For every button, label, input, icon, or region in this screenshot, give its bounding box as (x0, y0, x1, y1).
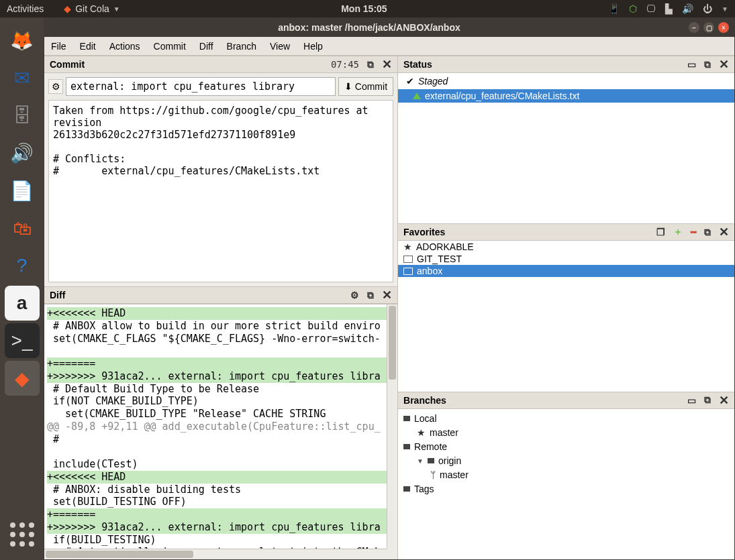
favorite-item[interactable]: anbox (398, 265, 734, 277)
power-icon[interactable]: ⏻ (703, 3, 712, 14)
launcher-terminal[interactable]: >_ (5, 323, 40, 358)
favorites-panel-header: Favorites ❐ ＋ ━ ⧉ ✕ (398, 223, 734, 241)
diff-line[interactable]: set(CMAKE_BUILD_TYPE "Release" CACHE STR… (47, 408, 387, 421)
display-icon[interactable]: 🖵 (646, 3, 656, 14)
launcher-gitcola[interactable]: ◆ (5, 361, 40, 396)
branch-tags-node[interactable]: Tags (403, 482, 729, 496)
vertical-scrollbar[interactable] (387, 304, 397, 549)
copy-icon[interactable]: ❐ (656, 227, 665, 237)
window-title: anbox: master /home/jack/ANBOX/anbox (50, 22, 689, 33)
diff-line[interactable]: if(BUILD_TESTING) (47, 534, 387, 547)
close-icon[interactable]: ✕ (719, 57, 729, 72)
folder-icon (403, 256, 413, 263)
diff-line[interactable]: # ANBOX allow to build in our more stric… (47, 320, 387, 333)
diff-line[interactable]: +<<<<<<< HEAD (47, 471, 387, 484)
chevron-down-icon: ▼ (113, 5, 120, 13)
add-icon[interactable]: ＋ (673, 226, 683, 238)
minimize-icon[interactable]: ▭ (687, 395, 696, 406)
window-maximize-button[interactable]: ▢ (703, 22, 714, 33)
launcher-help[interactable]: ? (5, 248, 40, 283)
favorite-item[interactable]: ★ ADORKABLE (398, 241, 734, 253)
activities-button[interactable]: Activities (7, 3, 44, 14)
window-minimize-button[interactable]: – (689, 22, 699, 33)
window-close-button[interactable]: × (718, 22, 729, 33)
app-menu[interactable]: Git Cola (75, 3, 109, 14)
menu-view[interactable]: View (270, 41, 290, 52)
gear-icon[interactable]: ⚙ (350, 290, 359, 300)
diff-line[interactable]: include(CTest) (47, 458, 387, 471)
popout-icon[interactable]: ⧉ (704, 59, 711, 70)
launcher-thunderbird[interactable]: ✉ (5, 60, 40, 95)
diff-line[interactable]: set(CMAKE_C_FLAGS "${CMAKE_C_FLAGS} -Wno… (47, 333, 387, 345)
branch-local-node[interactable]: Local (403, 412, 729, 426)
download-icon: ⬇ (344, 81, 352, 92)
menu-branch[interactable]: Branch (227, 41, 256, 52)
diff-line[interactable] (47, 445, 387, 458)
popout-icon[interactable]: ⧉ (367, 59, 374, 70)
close-icon[interactable]: ✕ (382, 288, 392, 302)
branches-panel-title: Branches (403, 395, 446, 406)
menu-help[interactable]: Help (303, 41, 323, 52)
menu-actions[interactable]: Actions (109, 41, 140, 52)
favorites-panel-title: Favorites (403, 227, 445, 237)
diff-line[interactable]: +======= (47, 508, 387, 521)
launcher-files[interactable]: 🗄 (5, 98, 40, 133)
section-icon (403, 444, 410, 449)
branch-icon: ᛘ (430, 468, 436, 482)
horizontal-scrollbar[interactable] (44, 549, 387, 559)
close-icon[interactable]: ✕ (382, 57, 392, 72)
volume-icon[interactable]: 🔊 (682, 3, 693, 14)
close-icon[interactable]: ✕ (719, 225, 729, 239)
commit-time: 07:45 (331, 59, 359, 70)
favorite-name: ADORKABLE (416, 241, 474, 252)
diff-line[interactable]: # (47, 433, 387, 446)
branch-item-master[interactable]: ★ master (403, 426, 729, 440)
show-apps-button[interactable] (10, 522, 34, 547)
diff-line[interactable]: +>>>>>>> 931aca2... external: import cpu… (47, 370, 387, 383)
minimize-icon[interactable]: ▭ (687, 59, 696, 70)
launcher-rhythmbox[interactable]: 🔊 (5, 135, 40, 170)
staged-file-row[interactable]: external/cpu_features/CMakeLists.txt (398, 89, 734, 103)
staged-section-header[interactable]: ✔ Staged (402, 74, 730, 88)
branch-remote-node[interactable]: Remote (403, 440, 729, 454)
popout-icon[interactable]: ⧉ (704, 227, 711, 238)
menu-commit[interactable]: Commit (154, 41, 186, 52)
gear-icon[interactable]: ⚙ (48, 79, 63, 94)
diff-line[interactable] (47, 345, 387, 357)
close-icon[interactable]: ✕ (719, 393, 729, 408)
popout-icon[interactable]: ⧉ (704, 394, 711, 406)
launcher-software[interactable]: 🛍 (5, 211, 40, 245)
status-panel-title: Status (403, 59, 432, 70)
phone-icon[interactable]: 📱 (608, 3, 620, 14)
menubar: File Edit Actions Commit Diff Branch Vie… (44, 37, 734, 56)
section-icon (403, 486, 410, 492)
diff-line[interactable]: +======= (47, 357, 387, 370)
section-icon (403, 416, 410, 421)
commit-button[interactable]: ⬇ Commit (338, 77, 393, 96)
branch-item-origin-master[interactable]: ᛘ master (403, 468, 729, 482)
remove-icon[interactable]: ━ (691, 227, 696, 237)
menu-diff[interactable]: Diff (199, 41, 213, 52)
diff-line[interactable]: # ANBOX: disable building tests (47, 484, 387, 496)
branch-origin-node[interactable]: ▼ origin (403, 454, 729, 468)
favorite-item[interactable]: GIT_TEST (398, 253, 734, 265)
diff-line[interactable]: if(NOT CMAKE_BUILD_TYPE) (47, 395, 387, 408)
launcher-amazon[interactable]: a (5, 286, 40, 321)
diff-line[interactable]: @@ -89,8 +92,11 @@ add_executable(CpuFea… (47, 421, 387, 433)
commit-summary-input[interactable] (66, 77, 336, 96)
popout-icon[interactable]: ⧉ (367, 290, 374, 301)
clock: Mon 15:05 (120, 3, 608, 14)
staged-modified-icon (413, 93, 421, 99)
diff-viewer[interactable]: +<<<<<<< HEAD # ANBOX allow to build in … (44, 304, 387, 549)
launcher-libreoffice[interactable]: 📄 (5, 173, 40, 208)
diff-line[interactable]: set(BUILD_TESTING OFF) (47, 496, 387, 508)
diff-line[interactable]: +<<<<<<< HEAD (47, 307, 387, 320)
network-icon[interactable]: ▙ (665, 3, 673, 14)
diff-line[interactable]: # Default Build Type to be Release (47, 383, 387, 396)
commit-description-textarea[interactable]: Taken from https://github.com/google/cpu… (48, 100, 393, 282)
menu-edit[interactable]: Edit (80, 41, 96, 52)
update-icon[interactable]: ⬡ (629, 3, 637, 14)
diff-line[interactable]: +>>>>>>> 931aca2... external: import cpu… (47, 521, 387, 534)
menu-file[interactable]: File (51, 41, 66, 52)
launcher-firefox[interactable]: 🦊 (5, 23, 40, 58)
